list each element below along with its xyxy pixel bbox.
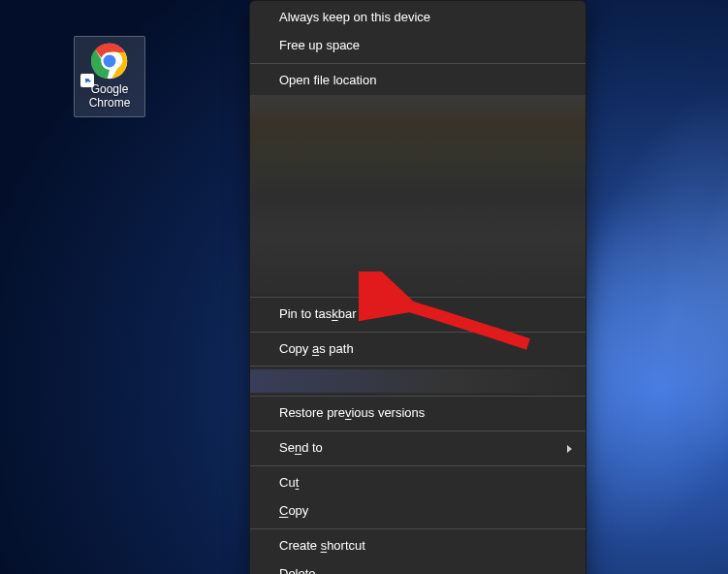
desktop-icon-chrome[interactable]: Google Chrome [74, 36, 145, 117]
menu-item-send-to[interactable]: Send to [250, 434, 586, 462]
menu-item-delete[interactable]: Delete [250, 560, 586, 574]
menu-item-always-keep-on-this-device[interactable]: Always keep on this device [250, 4, 586, 32]
menu-item-pin-to-taskbar[interactable]: Pin to taskbar [250, 301, 586, 329]
menu-item-open-file-location[interactable]: Open file location [250, 67, 586, 95]
menu-separator [250, 332, 586, 333]
menu-blurred-region [250, 95, 586, 294]
menu-separator [250, 465, 586, 466]
menu-separator [250, 528, 586, 529]
menu-item-create-shortcut[interactable]: Create shortcut [250, 532, 586, 560]
menu-separator [250, 366, 586, 367]
menu-item-cut[interactable]: Cut [250, 469, 586, 497]
menu-separator [250, 396, 586, 397]
chrome-icon [91, 43, 128, 83]
desktop-icon-label: Google Chrome [89, 83, 131, 111]
shortcut-arrow-icon [80, 74, 94, 87]
menu-item-restore-previous-versions[interactable]: Restore previous versions [250, 399, 586, 428]
context-menu: Always keep on this deviceFree up spaceO… [249, 0, 586, 574]
menu-item-copy-as-path[interactable]: Copy as path [250, 335, 586, 364]
menu-separator [250, 63, 586, 64]
menu-separator [250, 297, 586, 298]
menu-separator [250, 430, 586, 431]
menu-item-free-up-space[interactable]: Free up space [250, 32, 586, 60]
menu-blurred-region [250, 369, 586, 393]
svg-point-2 [104, 55, 116, 68]
menu-item-copy[interactable]: Copy [250, 497, 586, 526]
